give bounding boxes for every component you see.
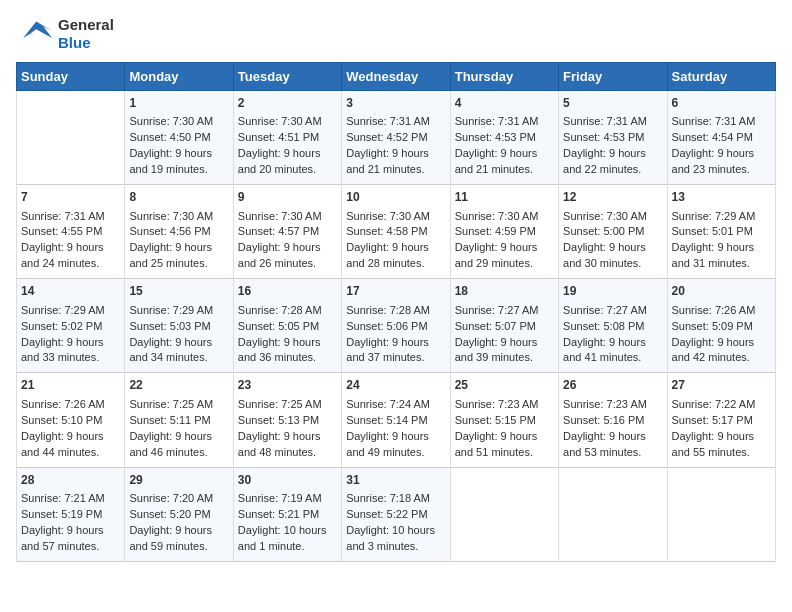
day-number: 27 [672, 377, 771, 394]
day-info: Sunrise: 7:18 AM Sunset: 5:22 PM Dayligh… [346, 491, 445, 555]
calendar-table: SundayMondayTuesdayWednesdayThursdayFrid… [16, 62, 776, 562]
header-day-tuesday: Tuesday [233, 63, 341, 91]
day-info: Sunrise: 7:25 AM Sunset: 5:11 PM Dayligh… [129, 397, 228, 461]
day-number: 13 [672, 189, 771, 206]
calendar-cell: 2Sunrise: 7:30 AM Sunset: 4:51 PM Daylig… [233, 91, 341, 185]
calendar-cell: 24Sunrise: 7:24 AM Sunset: 5:14 PM Dayli… [342, 373, 450, 467]
calendar-cell: 25Sunrise: 7:23 AM Sunset: 5:15 PM Dayli… [450, 373, 558, 467]
day-info: Sunrise: 7:28 AM Sunset: 5:05 PM Dayligh… [238, 303, 337, 367]
day-info: Sunrise: 7:23 AM Sunset: 5:16 PM Dayligh… [563, 397, 662, 461]
calendar-cell [450, 467, 558, 561]
calendar-cell: 13Sunrise: 7:29 AM Sunset: 5:01 PM Dayli… [667, 185, 775, 279]
day-info: Sunrise: 7:30 AM Sunset: 4:59 PM Dayligh… [455, 209, 554, 273]
day-info: Sunrise: 7:30 AM Sunset: 4:57 PM Dayligh… [238, 209, 337, 273]
calendar-cell: 14Sunrise: 7:29 AM Sunset: 5:02 PM Dayli… [17, 279, 125, 373]
day-info: Sunrise: 7:31 AM Sunset: 4:53 PM Dayligh… [455, 114, 554, 178]
day-number: 15 [129, 283, 228, 300]
day-number: 7 [21, 189, 120, 206]
day-info: Sunrise: 7:27 AM Sunset: 5:08 PM Dayligh… [563, 303, 662, 367]
calendar-cell: 6Sunrise: 7:31 AM Sunset: 4:54 PM Daylig… [667, 91, 775, 185]
calendar-cell [559, 467, 667, 561]
calendar-cell: 22Sunrise: 7:25 AM Sunset: 5:11 PM Dayli… [125, 373, 233, 467]
day-number: 4 [455, 95, 554, 112]
calendar-cell: 12Sunrise: 7:30 AM Sunset: 5:00 PM Dayli… [559, 185, 667, 279]
calendar-cell: 23Sunrise: 7:25 AM Sunset: 5:13 PM Dayli… [233, 373, 341, 467]
day-number: 29 [129, 472, 228, 489]
day-number: 5 [563, 95, 662, 112]
calendar-cell [17, 91, 125, 185]
day-number: 2 [238, 95, 337, 112]
day-info: Sunrise: 7:23 AM Sunset: 5:15 PM Dayligh… [455, 397, 554, 461]
calendar-cell: 28Sunrise: 7:21 AM Sunset: 5:19 PM Dayli… [17, 467, 125, 561]
day-info: Sunrise: 7:26 AM Sunset: 5:09 PM Dayligh… [672, 303, 771, 367]
calendar-cell: 18Sunrise: 7:27 AM Sunset: 5:07 PM Dayli… [450, 279, 558, 373]
calendar-cell: 3Sunrise: 7:31 AM Sunset: 4:52 PM Daylig… [342, 91, 450, 185]
day-number: 10 [346, 189, 445, 206]
day-info: Sunrise: 7:30 AM Sunset: 5:00 PM Dayligh… [563, 209, 662, 273]
day-number: 28 [21, 472, 120, 489]
day-info: Sunrise: 7:22 AM Sunset: 5:17 PM Dayligh… [672, 397, 771, 461]
day-number: 6 [672, 95, 771, 112]
day-number: 21 [21, 377, 120, 394]
header-day-wednesday: Wednesday [342, 63, 450, 91]
calendar-cell: 11Sunrise: 7:30 AM Sunset: 4:59 PM Dayli… [450, 185, 558, 279]
day-info: Sunrise: 7:25 AM Sunset: 5:13 PM Dayligh… [238, 397, 337, 461]
day-number: 25 [455, 377, 554, 394]
calendar-cell: 8Sunrise: 7:30 AM Sunset: 4:56 PM Daylig… [125, 185, 233, 279]
calendar-cell: 17Sunrise: 7:28 AM Sunset: 5:06 PM Dayli… [342, 279, 450, 373]
calendar-week-5: 28Sunrise: 7:21 AM Sunset: 5:19 PM Dayli… [17, 467, 776, 561]
logo: General Blue [16, 16, 114, 52]
day-number: 12 [563, 189, 662, 206]
logo-blue: Blue [58, 34, 114, 52]
day-number: 22 [129, 377, 228, 394]
calendar-cell [667, 467, 775, 561]
day-number: 8 [129, 189, 228, 206]
day-number: 30 [238, 472, 337, 489]
day-info: Sunrise: 7:30 AM Sunset: 4:56 PM Dayligh… [129, 209, 228, 273]
calendar-cell: 31Sunrise: 7:18 AM Sunset: 5:22 PM Dayli… [342, 467, 450, 561]
day-info: Sunrise: 7:31 AM Sunset: 4:53 PM Dayligh… [563, 114, 662, 178]
day-number: 24 [346, 377, 445, 394]
day-info: Sunrise: 7:26 AM Sunset: 5:10 PM Dayligh… [21, 397, 120, 461]
header-day-friday: Friday [559, 63, 667, 91]
logo-general: General [58, 16, 114, 34]
calendar-cell: 1Sunrise: 7:30 AM Sunset: 4:50 PM Daylig… [125, 91, 233, 185]
calendar-cell: 15Sunrise: 7:29 AM Sunset: 5:03 PM Dayli… [125, 279, 233, 373]
day-info: Sunrise: 7:21 AM Sunset: 5:19 PM Dayligh… [21, 491, 120, 555]
calendar-cell: 27Sunrise: 7:22 AM Sunset: 5:17 PM Dayli… [667, 373, 775, 467]
header-row: SundayMondayTuesdayWednesdayThursdayFrid… [17, 63, 776, 91]
day-number: 26 [563, 377, 662, 394]
calendar-week-1: 1Sunrise: 7:30 AM Sunset: 4:50 PM Daylig… [17, 91, 776, 185]
day-number: 19 [563, 283, 662, 300]
day-info: Sunrise: 7:31 AM Sunset: 4:52 PM Dayligh… [346, 114, 445, 178]
day-info: Sunrise: 7:31 AM Sunset: 4:54 PM Dayligh… [672, 114, 771, 178]
header-day-thursday: Thursday [450, 63, 558, 91]
calendar-cell: 9Sunrise: 7:30 AM Sunset: 4:57 PM Daylig… [233, 185, 341, 279]
day-info: Sunrise: 7:29 AM Sunset: 5:02 PM Dayligh… [21, 303, 120, 367]
calendar-week-4: 21Sunrise: 7:26 AM Sunset: 5:10 PM Dayli… [17, 373, 776, 467]
day-number: 20 [672, 283, 771, 300]
calendar-cell: 16Sunrise: 7:28 AM Sunset: 5:05 PM Dayli… [233, 279, 341, 373]
day-info: Sunrise: 7:24 AM Sunset: 5:14 PM Dayligh… [346, 397, 445, 461]
calendar-cell: 30Sunrise: 7:19 AM Sunset: 5:21 PM Dayli… [233, 467, 341, 561]
calendar-cell: 4Sunrise: 7:31 AM Sunset: 4:53 PM Daylig… [450, 91, 558, 185]
day-info: Sunrise: 7:28 AM Sunset: 5:06 PM Dayligh… [346, 303, 445, 367]
day-number: 1 [129, 95, 228, 112]
day-number: 31 [346, 472, 445, 489]
calendar-cell: 26Sunrise: 7:23 AM Sunset: 5:16 PM Dayli… [559, 373, 667, 467]
calendar-cell: 5Sunrise: 7:31 AM Sunset: 4:53 PM Daylig… [559, 91, 667, 185]
calendar-cell: 21Sunrise: 7:26 AM Sunset: 5:10 PM Dayli… [17, 373, 125, 467]
day-info: Sunrise: 7:27 AM Sunset: 5:07 PM Dayligh… [455, 303, 554, 367]
day-info: Sunrise: 7:20 AM Sunset: 5:20 PM Dayligh… [129, 491, 228, 555]
logo-icon [16, 16, 52, 52]
day-info: Sunrise: 7:19 AM Sunset: 5:21 PM Dayligh… [238, 491, 337, 555]
day-info: Sunrise: 7:31 AM Sunset: 4:55 PM Dayligh… [21, 209, 120, 273]
calendar-cell: 10Sunrise: 7:30 AM Sunset: 4:58 PM Dayli… [342, 185, 450, 279]
calendar-cell: 7Sunrise: 7:31 AM Sunset: 4:55 PM Daylig… [17, 185, 125, 279]
calendar-body: 1Sunrise: 7:30 AM Sunset: 4:50 PM Daylig… [17, 91, 776, 562]
day-number: 11 [455, 189, 554, 206]
calendar-week-2: 7Sunrise: 7:31 AM Sunset: 4:55 PM Daylig… [17, 185, 776, 279]
page-header: General Blue [16, 16, 776, 52]
calendar-cell: 20Sunrise: 7:26 AM Sunset: 5:09 PM Dayli… [667, 279, 775, 373]
header-day-monday: Monday [125, 63, 233, 91]
